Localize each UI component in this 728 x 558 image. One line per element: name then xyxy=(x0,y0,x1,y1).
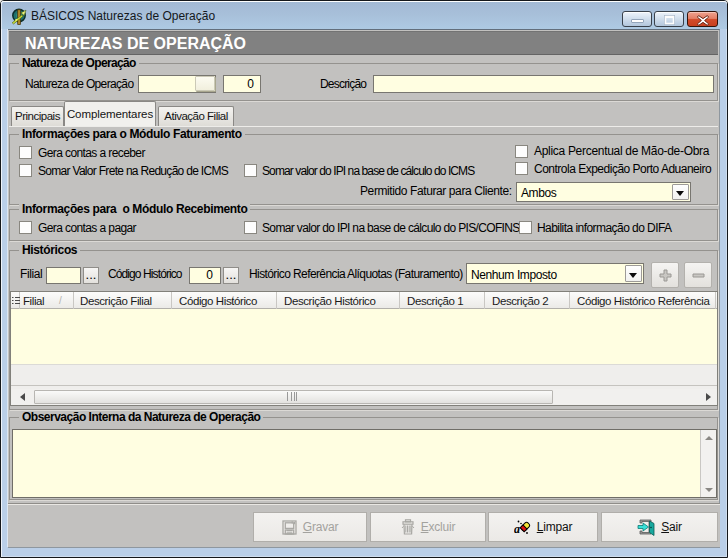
svg-text:a: a xyxy=(514,522,520,535)
